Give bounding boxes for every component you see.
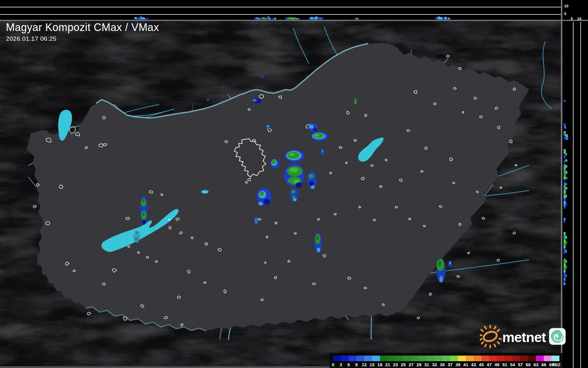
colorbar-tick-label: 9 xyxy=(355,362,358,367)
profile-echo-pixel xyxy=(564,278,566,281)
profile-echo-pixel xyxy=(564,166,566,169)
profile-echo-pixel xyxy=(298,18,300,19)
profile-echo-pixel xyxy=(564,243,566,246)
metnet-logo[interactable]: metnet xyxy=(480,323,566,349)
profile-echo-pixel xyxy=(564,204,566,207)
profile-echo-pixel xyxy=(564,137,566,140)
colorbar-cell xyxy=(356,356,364,361)
profile-echo-pixel xyxy=(262,17,264,19)
profile-echo-pixel xyxy=(566,138,568,140)
colorbar-cell xyxy=(450,356,458,361)
profile-echo-pixel xyxy=(564,251,566,254)
profile-echo-pixel xyxy=(268,16,269,19)
colorbar-tick-label: 6 xyxy=(347,362,350,367)
colorbar-tick-label: 41 xyxy=(463,362,468,367)
colorbar-cell xyxy=(489,356,497,361)
profile-echo-pixel xyxy=(564,131,566,133)
top-profile-strip xyxy=(0,0,561,20)
profile-echo-pixel xyxy=(564,281,565,283)
colorbar-cell xyxy=(544,356,551,361)
colorbar-cell xyxy=(364,356,372,361)
profile-echo-pixel xyxy=(317,17,319,19)
colorbar-tick-label: 39 xyxy=(455,362,460,367)
colorbar-tick-label: 23 xyxy=(393,362,398,367)
profile-echo-pixel xyxy=(313,17,315,19)
colorbar-tick-label: 27 xyxy=(409,362,414,367)
colorbar-tick-label: 12 xyxy=(362,362,367,367)
colorbar-cell xyxy=(551,356,559,361)
profile-echo-pixel xyxy=(357,18,358,19)
profile-echo-pixel xyxy=(564,232,566,234)
profile-echo-pixel xyxy=(321,17,323,19)
profile-echo-pixel xyxy=(140,17,142,19)
colorbar-tick-label: 45 xyxy=(479,362,484,367)
top-strip-gridline xyxy=(0,7,561,7)
radar-map-canvas xyxy=(0,0,588,368)
profile-echo-pixel xyxy=(309,17,311,19)
profile-echo-pixel xyxy=(564,126,566,129)
profile-echo-pixel xyxy=(565,134,568,137)
axis-tick-label: 10 xyxy=(577,17,581,21)
colorbar-tick-label: 37 xyxy=(448,362,453,367)
colorbar-cell xyxy=(434,356,442,361)
profile-echo-pixel xyxy=(285,18,287,19)
profile-echo-pixel xyxy=(564,261,566,264)
colorbar-tick-label: 49 xyxy=(495,362,500,367)
colorbar-tick-label: 43 xyxy=(471,362,476,367)
colorbar-cell xyxy=(513,356,520,361)
profile-echo-pixel xyxy=(564,156,566,158)
map-base-layer xyxy=(0,0,588,368)
profile-echo-pixel xyxy=(438,17,440,19)
colorbar-tick-label: 3 xyxy=(340,362,342,367)
profile-echo-pixel xyxy=(564,100,566,102)
profile-echo-pixel xyxy=(447,17,448,19)
profile-echo-pixel xyxy=(564,196,566,198)
profile-echo-pixel xyxy=(315,17,317,19)
colorbar-tick-label: 0 xyxy=(332,362,334,367)
profile-echo-pixel xyxy=(147,18,149,19)
colorbar-tick-label: 15 xyxy=(370,362,375,367)
profile-echo-pixel xyxy=(134,17,137,19)
colorbar-cell xyxy=(505,356,512,361)
profile-echo-pixel xyxy=(294,17,296,19)
profile-echo-pixel xyxy=(442,18,444,19)
profile-echo-pixel xyxy=(319,18,321,19)
profile-echo-pixel xyxy=(564,173,566,176)
colorbar-cell xyxy=(388,356,395,361)
profile-echo-pixel xyxy=(564,161,566,163)
profile-echo-pixel xyxy=(564,190,566,193)
metnet-app-icon xyxy=(549,327,566,346)
colorbar-cell xyxy=(536,356,543,361)
profile-echo-pixel xyxy=(292,18,294,19)
colorbar-unit: dBZ xyxy=(552,362,561,367)
colorbar-tick-label: 57 xyxy=(518,362,523,367)
profile-echo-pixel xyxy=(564,198,566,201)
colorbar-tick-label: 18 xyxy=(378,362,383,367)
profile-echo-pixel xyxy=(564,267,566,270)
profile-echo-pixel xyxy=(564,246,566,248)
colorbar-cell xyxy=(458,356,466,361)
profile-echo-pixel xyxy=(564,275,566,278)
right-strip-gridline xyxy=(580,22,581,368)
profile-echo-pixel xyxy=(564,207,566,209)
terrain-grain xyxy=(0,0,588,368)
profile-echo-pixel xyxy=(564,237,566,240)
profile-echo-pixel xyxy=(564,123,566,126)
timestamp: 2026.01.17 06:25 xyxy=(6,35,159,42)
profile-echo-pixel xyxy=(564,218,566,220)
right-strip-gridline xyxy=(573,22,574,368)
sun-icon xyxy=(480,323,502,349)
colorbar-cell xyxy=(419,356,426,361)
profile-echo-pixel xyxy=(444,17,447,19)
colorbar-tick-label: 63 xyxy=(533,362,538,367)
colorbar-cell xyxy=(380,356,388,361)
colorbar-cell xyxy=(528,356,536,361)
colorbar-cell xyxy=(427,356,434,361)
profile-echo-pixel xyxy=(564,179,566,182)
profile-echo-pixel xyxy=(448,18,450,19)
profile-echo-pixel xyxy=(355,18,357,19)
profile-echo-pixel xyxy=(287,17,289,19)
axis-tick-label: 5 xyxy=(564,12,566,16)
profile-echo-pixel xyxy=(564,149,566,151)
profile-echo-pixel xyxy=(142,17,145,19)
